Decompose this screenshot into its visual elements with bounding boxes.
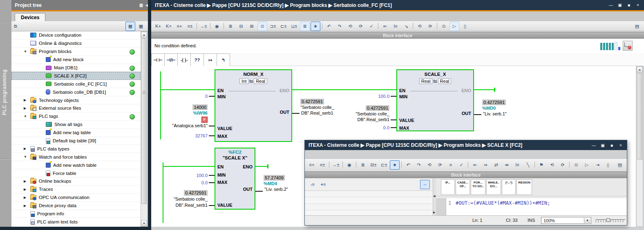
scl-snippet-tab[interactable]: FOR... TO DO.. [471,179,485,195]
undo-icon[interactable]: ↶ [403,160,413,170]
comments-toggle-icon[interactable]: ⊙ [257,22,267,31]
format-code-icon[interactable]: ⇹ [502,160,512,170]
fc2-window-title-bar[interactable]: ITEXA - Cisterne colle ▶ Pappe [CPU 1215… [305,140,627,150]
network-display-icon[interactable]: ≣ [300,22,310,31]
operand-value-tag1[interactable]: "Serbatoio colle_ [135,196,208,202]
code-editor[interactable]: 1 #OUT:=(#VALUE*(#MAX-#MIN))+#MIN; [436,198,627,216]
close-branch-icon[interactable]: ↰ [217,53,230,66]
search-icon[interactable]: ⊙ [571,160,581,170]
pin-max[interactable]: MAX [399,126,409,130]
pin-out[interactable]: OUT [280,110,289,115]
outdent-icon[interactable]: ⇐ [470,160,480,170]
know-how-protection-icon[interactable]: ▯ [460,22,470,31]
operand-out-tag[interactable]: "Liv. serb.1" [483,111,507,117]
start-simulation-icon[interactable]: ▷ [449,22,459,31]
tree-item-add-new-block[interactable]: Add new block [11,56,141,64]
editor-layout-icon[interactable]: ▤ [615,160,625,170]
scrollbar-thumb[interactable] [637,73,642,159]
tree-item-plc-tags[interactable]: ▼ PLC tags [11,113,141,121]
nc-contact-icon[interactable]: ⊣/⊢ [164,53,178,66]
zoom-slider[interactable] [596,219,625,222]
operand-min[interactable]: 100.0 [157,172,208,178]
upload-block-icon[interactable]: ⟳ [356,22,366,31]
expander-icon[interactable]: ▼ [24,155,30,159]
operand-value-tag[interactable]: "Analogica serb1" [135,123,208,128]
operand-max[interactable]: 0.0 [157,180,208,186]
expand-all-icon[interactable]: +≡ [318,180,328,189]
tree-item-plc-alarm-text-lists[interactable]: PLC alarm text lists [11,218,141,226]
tree-item-watch-force-tables[interactable]: ▼ Watch and force tables [11,153,141,161]
close-all-networks-icon[interactable]: ⊞ [247,22,257,31]
tree-item-device-configuration[interactable]: Device configuration [11,31,141,40]
uppercase-icon[interactable]: I≡ [512,160,522,170]
insert-row-icon[interactable]: ≡+ [307,160,317,170]
hidden-parameters-icon[interactable]: ⊏± [279,22,288,31]
pin-en[interactable]: EN [217,88,224,93]
expander-icon[interactable]: ▶ [24,188,30,191]
pin-icon[interactable]: ◉ [344,160,354,170]
compile-icon[interactable]: ✓ [367,22,376,31]
split-editor-button[interactable]: ⇔ [420,180,430,189]
pin-eno[interactable]: ENO [461,88,471,93]
dropdown-arrow-icon[interactable]: ▼ [584,218,590,223]
operand-out-tag[interactable]: "Liv. serb.2" [264,186,288,192]
expander-icon[interactable]: ▶ [24,204,30,208]
fc2-call-block[interactable]: %FC2 "SCALE X" EN ENO MIN MAX OUT VALUE [215,148,255,210]
close-button[interactable]: × [634,2,642,8]
coil-icon[interactable]: -( )- [177,53,191,66]
tree-item-online-diagnostics[interactable]: Online & diagnostics [11,40,141,48]
tree-item-program-info[interactable]: Program info [11,210,141,218]
pin-en[interactable]: EN [217,164,224,169]
scl-snippet-tab[interactable]: CASE... OF... [456,179,470,195]
expander-icon[interactable]: ▶ [24,147,30,150]
zoom-select[interactable]: 100% ▼ [541,217,591,224]
step-icon[interactable]: ⇥ [593,160,602,170]
upload-icon[interactable]: ⟳ [435,160,445,170]
open-all-networks-icon[interactable]: ⊟ [236,22,246,31]
expander-icon[interactable]: ▶ [24,106,30,110]
operand-value-tag2[interactable]: DB".Real_serb1 [317,117,389,122]
editor-scrollbar[interactable]: ▲ [636,66,643,227]
norm-x-block[interactable]: NORM_X InttoReal EN ENO MIN OUT VALUE MA… [215,69,292,142]
modify-value-icon[interactable]: ↘ [401,22,411,31]
block-interface-bar[interactable]: Block interface [151,32,644,39]
scl-snippet-tab[interactable]: (*...*) [502,179,516,195]
tree-item-show-all-tags[interactable]: Show all tags [11,121,141,129]
pin-value[interactable]: VALUE [217,126,232,131]
simulation-icon[interactable]: ▷ [582,160,592,170]
undo-icon[interactable]: ↶ [324,22,334,31]
collapse-all-icon[interactable]: -≡ [308,180,318,189]
favorites-toggle-icon[interactable]: ★ [311,22,320,31]
maximize-button[interactable]: ■ [625,2,633,8]
operand-min[interactable]: 100.0 [337,93,389,99]
search-icon[interactable]: ⊙ [439,22,449,31]
operand-max[interactable]: 32767 [155,133,208,139]
go-offline-icon[interactable]: ⟳ [425,22,435,31]
download-icon[interactable]: ⟲ [425,160,434,170]
breadcrumb[interactable]: ITEXA - Cisterne colle ▶ Pappe [CPU 1215… [305,142,522,148]
insert-row-below-icon[interactable]: ≡± [318,160,327,170]
columns-icon[interactable]: ▥ [139,3,143,7]
expander-icon[interactable]: ▶ [24,179,30,183]
paste-operand-icon[interactable]: →± [331,160,341,170]
tree-item-default-tag-table[interactable]: Default tag table [39] [11,137,141,145]
pin-en[interactable]: EN [399,88,405,93]
go-online-icon[interactable]: ⟲ [415,22,425,31]
restore-button[interactable]: ▣ [616,2,624,8]
delete-network-icon[interactable]: K× [164,22,174,31]
operand-value-tag1[interactable]: "Serbatoio colle_ [317,111,389,117]
goto-definition-icon[interactable]: ⊟± [369,160,378,170]
tree-item-serbatoio-colle-db1[interactable]: Serbatoio colle_DB [DB1] [11,88,141,96]
setpoint-icon[interactable]: ⇐ [380,22,390,31]
tree-item-scale-x-fc2[interactable]: SCALE X [FC2] [11,72,141,80]
protection-icon[interactable]: ▯ [603,160,613,170]
pin-max[interactable]: MAX [217,180,227,185]
scroll-up-button[interactable]: ▲ [637,66,643,73]
scl-snippet-tab[interactable]: REGION [517,179,532,195]
pin-min[interactable]: MIN [217,94,226,99]
download-block-icon[interactable]: ⟲ [345,22,355,31]
expander-icon[interactable]: ▶ [24,196,30,199]
expander-icon[interactable]: ▼ [24,115,30,118]
insert-empty-row-icon[interactable]: ≡+ [174,22,184,31]
minimize-button[interactable]: — [607,2,615,8]
